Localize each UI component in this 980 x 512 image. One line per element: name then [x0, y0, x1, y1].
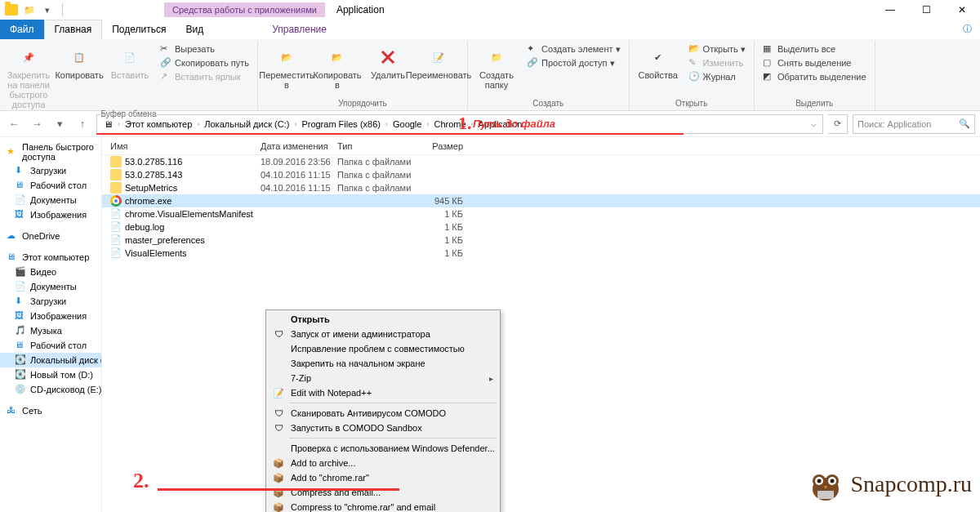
rename-button[interactable]: 📝Переименовать [415, 42, 462, 80]
open-icon: 📂 [688, 43, 700, 55]
sidebar-pictures[interactable]: 🖼Изображения [0, 207, 101, 222]
properties-button[interactable]: ✔Свойства [635, 42, 682, 80]
ctx-compresschrome[interactable]: 📦Compress to "chrome.rar" and email [268, 500, 498, 512]
newitem-button[interactable]: ✦Создать элемент ▾ [523, 42, 624, 56]
tab-manage[interactable]: Управление [262, 20, 336, 39]
invert-button[interactable]: ◩Обратить выделение [760, 70, 870, 83]
open-button[interactable]: 📂Открыть ▾ [685, 42, 749, 56]
ctx-7zip[interactable]: 7-Zip [268, 371, 498, 385]
moveto-button[interactable]: 📂Переместить в [263, 42, 310, 90]
folder-icon [110, 182, 122, 194]
cut-icon: ✂ [160, 43, 172, 55]
sidebar-onedrive[interactable]: ☁OneDrive [0, 229, 101, 243]
minimize-button[interactable]: — [872, 0, 908, 20]
disk-icon: 💽 [15, 369, 26, 381]
ctx-addarchive[interactable]: 📦Add to archive... [268, 456, 498, 470]
file-row[interactable]: 53.0.2785.14304.10.2016 11:15Папка с фай… [102, 168, 980, 181]
edit-button[interactable]: ✎Изменить [685, 56, 749, 69]
newfolder-button[interactable]: 📁Создать папку [473, 42, 520, 90]
sidebar-disk-c[interactable]: 💽Локальный диск (C:) [0, 353, 101, 367]
col-type[interactable]: Тип [337, 141, 414, 151]
paste-button[interactable]: 📄 Вставить [106, 42, 154, 80]
sidebar-network[interactable]: 🖧Сеть [0, 403, 101, 418]
ctx-addchrome[interactable]: 📦Add to "chrome.rar" [268, 470, 498, 485]
refresh-button[interactable]: ⟳ [828, 114, 848, 134]
tab-home[interactable]: Главная [44, 20, 103, 39]
pin-quickaccess-button[interactable]: 📌 Закрепить на панели быстрого доступа [5, 42, 52, 109]
file-type: Папка с файлами [337, 183, 414, 193]
file-row[interactable]: 📄debug.log1 КБ [102, 220, 980, 234]
rename-icon: 📝 [427, 46, 450, 69]
copypath-button[interactable]: 🔗Скопировать путь [157, 56, 252, 69]
nav-back-button[interactable]: ← [5, 115, 23, 133]
col-size[interactable]: Размер [414, 141, 471, 151]
delete-button[interactable]: Удалить [364, 42, 412, 80]
ctx-open[interactable]: Открыть [268, 312, 498, 327]
sidebar-documents[interactable]: 📄Документы [0, 193, 101, 207]
qat-new-folder-icon[interactable]: 📁 [23, 3, 36, 16]
ctx-npp[interactable]: 📝Edit with Notepad++ [268, 385, 498, 400]
col-name[interactable]: Имя [102, 141, 261, 151]
sidebar-quickaccess[interactable]: ★Панель быстрого доступа [0, 140, 101, 163]
paste-shortcut-button[interactable]: ↗Вставить ярлык [157, 70, 252, 83]
file-row[interactable]: 📄master_preferences1 КБ [102, 234, 980, 247]
sidebar-desktop2[interactable]: 🖥Рабочий стол [0, 338, 101, 353]
file-row[interactable]: 📄chrome.VisualElementsManifest1 КБ [102, 207, 980, 220]
ctx-defender[interactable]: Проверка с использованием Windows Defend… [268, 441, 498, 456]
sidebar-thispc[interactable]: 🖥Этот компьютер [0, 250, 101, 265]
crumb-thispc[interactable]: Этот компьютер [121, 118, 196, 131]
sidebar-video[interactable]: 🎬Видео [0, 265, 101, 279]
crumb-pf[interactable]: Program Files (x86) [297, 118, 385, 131]
search-input[interactable]: Поиск: Application 🔍 [853, 114, 975, 134]
sidebar-pictures2[interactable]: 🖼Изображения [0, 309, 101, 323]
rar-icon: 📦 [272, 471, 285, 484]
nav-recent-button[interactable]: ▾ [51, 115, 69, 133]
titlebar: 📁 ▾ Средства работы с приложениями Appli… [0, 0, 980, 20]
shield-icon: 🛡 [272, 327, 285, 341]
annotation-1-underline [96, 133, 684, 135]
file-row[interactable]: chrome.exe945 КБ [102, 194, 980, 207]
ctx-compressemail[interactable]: 📦Compress and email... [268, 485, 498, 500]
tab-file[interactable]: Файл [0, 20, 44, 39]
sidebar-disk-d[interactable]: 💽Новый том (D:) [0, 367, 101, 382]
file-row[interactable]: 📄VisualElements1 КБ [102, 247, 980, 260]
network-icon: 🖧 [7, 405, 18, 416]
file-icon: 📄 [110, 234, 122, 246]
selectnone-button[interactable]: ▢Снять выделение [760, 56, 870, 69]
sidebar-music[interactable]: 🎵Музыка [0, 323, 101, 338]
ctx-comodo-sandbox[interactable]: 🛡Запустить в COMODO Sandbox [268, 421, 498, 435]
sidebar-downloads[interactable]: ⬇Загрузки [0, 163, 101, 178]
address-bar[interactable]: 🖥› Этот компьютер› Локальный диск (C:)› … [96, 114, 823, 134]
cut-button[interactable]: ✂Вырезать [157, 42, 252, 56]
file-row[interactable]: 53.0.2785.11618.09.2016 23:56Папка с фай… [102, 155, 980, 168]
file-row[interactable]: SetupMetrics04.10.2016 11:15Папка с файл… [102, 181, 980, 194]
col-date[interactable]: Дата изменения [261, 141, 337, 151]
ctx-compat[interactable]: Исправление проблем с совместимостью [268, 341, 498, 356]
selectall-button[interactable]: ▦Выделить все [760, 42, 870, 56]
sidebar-downloads2[interactable]: ⬇Загрузки [0, 294, 101, 309]
qat-dropdown-icon[interactable]: ▾ [41, 3, 54, 16]
ctx-runasadmin[interactable]: 🛡Запуск от имени администратора [268, 327, 498, 341]
tab-share[interactable]: Поделиться [102, 20, 176, 39]
copy-button[interactable]: 📋 Копировать [56, 42, 103, 80]
ctx-comodo-scan[interactable]: 🛡Сканировать Антивирусом COMODO [268, 406, 498, 421]
maximize-button[interactable]: ☐ [908, 0, 944, 20]
ctx-pinstart[interactable]: Закрепить на начальном экране [268, 356, 498, 371]
tab-view[interactable]: Вид [176, 20, 213, 39]
nav-forward-button[interactable]: → [28, 115, 46, 133]
ribbon-help-icon[interactable]: ⓘ [955, 20, 980, 39]
svg-rect-7 [817, 491, 834, 499]
crumb-c[interactable]: Локальный диск (C:) [200, 118, 293, 131]
addr-dropdown-icon[interactable]: ⌵ [808, 118, 820, 129]
sidebar-cd[interactable]: 💿CD-дисковод (E:) [0, 382, 101, 397]
easyaccess-button[interactable]: 🔗Простой доступ ▾ [523, 56, 624, 69]
history-button[interactable]: 🕑Журнал [685, 70, 749, 83]
window-title: Application [325, 2, 396, 18]
file-name: SetupMetrics [125, 183, 177, 193]
close-button[interactable]: ✕ [944, 0, 980, 20]
sidebar-documents2[interactable]: 📄Документы [0, 279, 101, 294]
copyto-button[interactable]: 📂Копировать в [314, 42, 361, 90]
crumb-google[interactable]: Google [389, 118, 425, 131]
nav-up-button[interactable]: ↑ [74, 115, 91, 133]
sidebar-desktop[interactable]: 🖥Рабочий стол [0, 178, 101, 193]
